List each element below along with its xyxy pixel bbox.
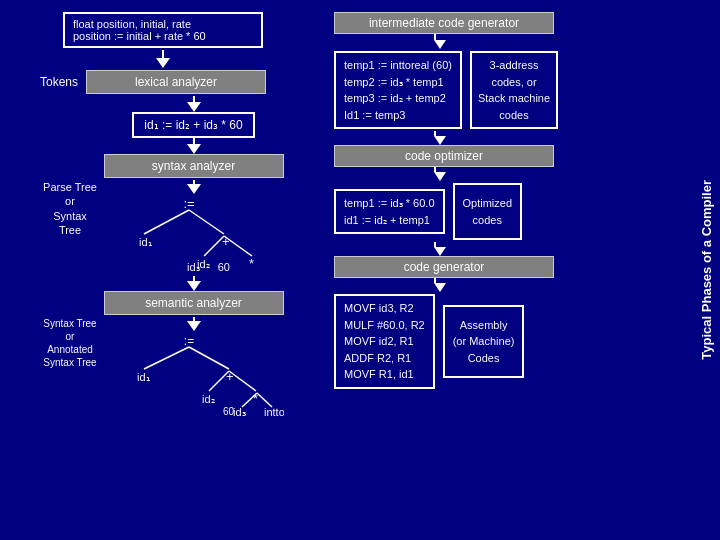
right-arrowhead1 <box>434 40 446 49</box>
svg-line-10 <box>144 347 189 369</box>
ic-line2: temp2 := id₃ * temp1 <box>344 76 444 88</box>
optimized-label-box: Optimized codes <box>453 183 523 240</box>
source-code-box: float position, initial, rate position :… <box>63 12 263 48</box>
svg-line-1 <box>144 210 189 234</box>
arrow-head5 <box>187 281 201 291</box>
optimized-label: Optimized codes <box>463 197 513 226</box>
arrow-line <box>162 50 164 58</box>
right-arrow1 <box>434 34 446 49</box>
code-generator-box: code generator <box>334 256 554 278</box>
sixty-leaf: 60 <box>218 261 230 274</box>
oc-line1: temp1 := id₃ * 60.0 <box>344 197 435 209</box>
right-arrowhead2 <box>434 136 446 145</box>
ta-line4: codes <box>499 109 528 121</box>
svg-text:id₃: id₃ <box>233 406 246 416</box>
asm-line2: MULF #60.0, R2 <box>344 319 425 331</box>
asm-line3: MOVF id2, R1 <box>344 335 414 347</box>
optimized-code-row: temp1 := id₃ * 60.0 id1 := id₂ + temp1 O… <box>334 183 522 240</box>
annotated-tree-label: Syntax TreeorAnnotatedSyntax Tree <box>43 317 98 369</box>
semantic-analyzer-box: semantic analyzer <box>104 291 284 315</box>
svg-text::=: := <box>183 334 193 348</box>
ic-line4: Id1 := temp3 <box>344 109 405 121</box>
optimized-code-box: temp1 := id₃ * 60.0 id1 := id₂ + temp1 <box>334 189 445 234</box>
arrow-head2 <box>187 102 201 112</box>
arrow-head3 <box>187 144 201 154</box>
code-optimizer-box: code optimizer <box>334 145 554 167</box>
id-expr-row <box>126 96 201 112</box>
tokens-section: Tokens lexical analyzer <box>23 70 303 94</box>
right-arrowhead3 <box>434 172 446 181</box>
arrow-to-lexical <box>156 50 170 68</box>
id-expr-section: id₁ := id₂ + id₃ * 60 <box>71 112 254 138</box>
main-container: float position, initial, rate position :… <box>0 0 720 540</box>
ta-line3: Stack machine <box>478 92 550 104</box>
annotated-tree-section: Syntax TreeorAnnotatedSyntax Tree := id₁… <box>43 317 284 417</box>
sixty-annotated: 60 <box>223 406 234 417</box>
svg-text:id₁: id₁ <box>137 371 150 383</box>
arrow-head6 <box>187 321 201 331</box>
assembly-code-box: MOVF id3, R2 MULF #60.0, R2 MOVF id2, R1… <box>334 294 435 389</box>
al-line3: Codes <box>468 352 500 364</box>
parse-tree-svg: := id₁ + id₂ * <box>104 194 284 269</box>
ic-line3: temp3 := id₂ + temp2 <box>344 92 446 104</box>
syntax-analyzer-box: syntax analyzer <box>104 154 284 178</box>
arrow-to-syntax <box>126 138 201 154</box>
assembly-code-row: MOVF id3, R2 MULF #60.0, R2 MOVF id2, R1… <box>334 294 524 389</box>
syntax-row: syntax analyzer <box>43 154 284 178</box>
right-arrowhead4 <box>434 247 446 256</box>
arrow-to-semantic <box>126 276 201 291</box>
asm-line5: MOVF R1, id1 <box>344 368 414 380</box>
annotated-leaf-row: 60 <box>203 406 234 417</box>
intermediate-code-box: temp1 := inttoreal (60) temp2 := id₃ * t… <box>334 51 462 129</box>
annotated-tree-svg: := id₁ + id₂ * id₃ inttoreal <box>104 331 284 416</box>
right-panel: intermediate code generator temp1 := int… <box>324 8 712 532</box>
tree-leaf-row: id₃ 60 <box>187 261 230 274</box>
right-arrowhead5 <box>434 283 446 292</box>
svg-line-3 <box>189 210 224 234</box>
typical-phases-label: Typical Phases of a Compiler <box>699 180 714 360</box>
tokens-label: Tokens <box>23 75 78 89</box>
ta-line1: 3-address <box>490 59 539 71</box>
semantic-row: semantic analyzer <box>43 291 284 315</box>
intermediate-code-generator-box: intermediate code generator <box>334 12 554 34</box>
ta-line2: codes, or <box>491 76 536 88</box>
id-expression: id₁ := id₂ + id₃ * 60 <box>132 112 254 138</box>
svg-text:inttoreal: inttoreal <box>264 406 284 416</box>
svg-line-20 <box>257 393 272 407</box>
svg-text:id₂: id₂ <box>202 393 215 405</box>
arrow-head <box>156 58 170 68</box>
arrow-head4 <box>187 184 201 194</box>
asm-line4: ADDF R2, R1 <box>344 352 411 364</box>
source-line1: float position, initial, rate <box>73 18 191 30</box>
lexical-analyzer-box: lexical analyzer <box>86 70 266 94</box>
svg-text:id₁: id₁ <box>139 236 152 248</box>
assembly-label-box: Assembly (or Machine) Codes <box>443 305 525 379</box>
source-line2: position := initial + rate * 60 <box>73 30 206 42</box>
asm-line1: MOVF id3, R2 <box>344 302 414 314</box>
right-arrow5 <box>434 278 446 292</box>
svg-text::=: := <box>183 196 194 211</box>
ic-line1: temp1 := inttoreal (60) <box>344 59 452 71</box>
parse-tree-label: Parse TreeorSyntax Tree <box>43 180 98 237</box>
typical-phases-vertical: Typical Phases of a Compiler <box>692 8 720 532</box>
svg-text:*: * <box>249 256 254 269</box>
three-address-box: 3-address codes, or Stack machine codes <box>470 51 558 129</box>
al-line2: (or Machine) <box>453 335 515 347</box>
intermediate-code-row: temp1 := inttoreal (60) temp2 := id₃ * t… <box>334 51 558 129</box>
al-line1: Assembly <box>460 319 508 331</box>
right-arrow4 <box>434 242 446 256</box>
svg-line-5 <box>204 236 224 256</box>
right-arrow2 <box>434 131 446 145</box>
oc-line2: id1 := id₂ + temp1 <box>344 214 430 226</box>
id3-leaf: id₃ <box>187 261 200 274</box>
svg-line-12 <box>189 347 229 369</box>
right-arrow3 <box>434 167 446 181</box>
parse-tree-section: Parse TreeorSyntax Tree := id₁ + id₂ <box>43 180 284 274</box>
left-panel: float position, initial, rate position :… <box>8 8 318 532</box>
